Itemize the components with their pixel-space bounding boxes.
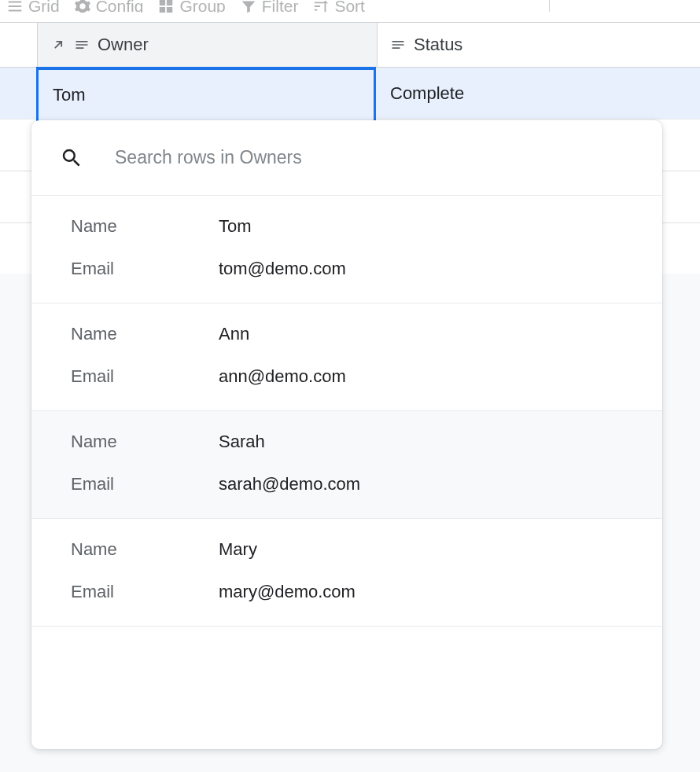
- cell-owner-value: Tom: [53, 85, 86, 105]
- gear-icon: [74, 0, 91, 13]
- table-row[interactable]: Tom Complete: [0, 68, 700, 119]
- column-header-status[interactable]: Status: [378, 23, 700, 67]
- row-number-header: [0, 23, 38, 67]
- column-header-owner-label: Owner: [98, 35, 149, 55]
- lookup-result[interactable]: Name Mary Email mary@demo.com: [31, 519, 662, 627]
- toolbar-grid-label: Grid: [28, 0, 60, 13]
- result-name-label: Name: [71, 324, 219, 344]
- result-name-label: Name: [71, 216, 219, 237]
- grid-icon: [6, 0, 24, 13]
- toolbar: Grid Config Group Filter Sort: [0, 0, 700, 13]
- result-email-value: tom@demo.com: [219, 259, 346, 279]
- toolbar-group[interactable]: Group: [157, 0, 225, 13]
- search-input[interactable]: [115, 147, 634, 168]
- toolbar-config-label: Config: [96, 0, 144, 13]
- result-name-label: Name: [71, 539, 219, 560]
- result-email-value: mary@demo.com: [219, 582, 356, 602]
- search-icon: [60, 146, 83, 170]
- lookup-result[interactable]: Name Tom Email tom@demo.com: [31, 196, 662, 303]
- lookup-result[interactable]: Name Ann Email ann@demo.com: [31, 303, 662, 411]
- lookup-popup: Name Tom Email tom@demo.com Name Ann Ema…: [31, 120, 662, 749]
- result-email-label: Email: [71, 366, 219, 387]
- toolbar-sort[interactable]: Sort: [312, 0, 365, 13]
- result-name-label: Name: [71, 432, 219, 452]
- cell-status-value: Complete: [390, 83, 464, 104]
- toolbar-divider: [549, 0, 550, 12]
- popup-search-row: [31, 120, 662, 196]
- result-name-value: Ann: [219, 324, 249, 344]
- column-header-owner[interactable]: Owner: [38, 23, 378, 67]
- arrow-up-right-icon: [50, 37, 66, 53]
- toolbar-sort-label: Sort: [334, 0, 365, 13]
- result-name-value: Sarah: [219, 432, 265, 452]
- toolbar-filter[interactable]: Filter: [240, 0, 299, 13]
- result-email-value: ann@demo.com: [219, 366, 346, 387]
- result-email-label: Email: [71, 474, 219, 494]
- cell-owner[interactable]: Tom: [36, 67, 376, 123]
- group-icon: [157, 0, 175, 13]
- toolbar-filter-label: Filter: [262, 0, 299, 13]
- cell-status[interactable]: Complete: [376, 68, 700, 119]
- text-icon: [74, 37, 90, 53]
- result-email-label: Email: [71, 582, 219, 602]
- toolbar-config[interactable]: Config: [74, 0, 144, 13]
- result-email-value: sarah@demo.com: [219, 474, 360, 494]
- toolbar-grid[interactable]: Grid: [6, 0, 60, 13]
- lookup-result[interactable]: Name Sarah Email sarah@demo.com: [31, 411, 662, 519]
- column-header-status-label: Status: [414, 35, 462, 55]
- filter-icon: [240, 0, 257, 13]
- text-icon: [390, 37, 406, 53]
- result-name-value: Tom: [219, 216, 252, 237]
- result-name-value: Mary: [219, 539, 257, 560]
- table-header: Owner Status: [0, 22, 700, 68]
- row-number-cell: [0, 68, 38, 119]
- result-email-label: Email: [71, 259, 219, 279]
- toolbar-group-label: Group: [179, 0, 225, 13]
- sort-icon: [312, 0, 330, 13]
